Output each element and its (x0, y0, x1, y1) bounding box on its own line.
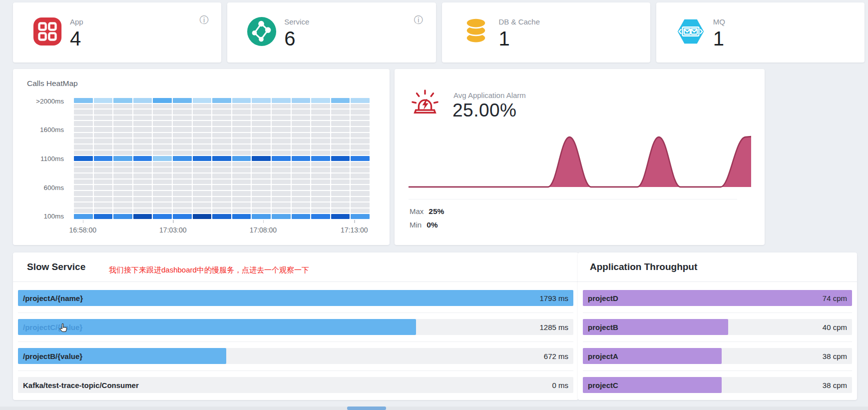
heatmap-cell (292, 138, 311, 144)
heatmap-cell (153, 98, 172, 103)
heatmap-cell (94, 180, 113, 184)
heatmap-cell (311, 185, 330, 190)
heatmap-cell (252, 144, 271, 150)
heatmap-cell (252, 180, 271, 184)
heatmap-cell (94, 174, 113, 178)
heatmap-cell (292, 104, 311, 109)
heatmap-cell (351, 162, 370, 167)
heatmap-cell (351, 116, 370, 120)
heatmap-x-axis: 16:58:0017:03:0017:08:0017:13:00 (74, 226, 370, 236)
heatmap-cell (193, 138, 212, 144)
heatmap-cell (193, 121, 212, 126)
heatmap-cell (113, 150, 132, 156)
info-icon[interactable]: ⓘ (199, 16, 208, 24)
heatmap-cell (153, 208, 172, 214)
heatmap-cell (331, 133, 350, 138)
heatmap-cell (212, 104, 231, 109)
heatmap-cell (232, 98, 251, 103)
heatmap-cell (292, 208, 311, 214)
slow-service-row-kafka-test-trace-topic-consumer[interactable]: Kafka/test-trace-topic/Consumer0 ms (18, 377, 573, 393)
throughput-value: 74 cpm (823, 294, 847, 302)
heatmap-cell (113, 168, 132, 172)
heatmap-cell (94, 162, 113, 167)
throughput-bar (583, 290, 852, 306)
heatmap-cell (212, 214, 231, 219)
heatmap-cell (292, 180, 311, 184)
heatmap-cell (311, 116, 330, 120)
heatmap-cell (351, 98, 370, 103)
heatmap-cell (173, 180, 192, 184)
heatmap-cell (311, 180, 330, 184)
alarm-min-label: Min (410, 220, 422, 229)
heatmap-cell (173, 144, 192, 150)
heatmap-cell (331, 180, 350, 184)
heatmap-cell (193, 162, 212, 167)
heatmap-cell (232, 133, 251, 138)
heatmap-cell (351, 127, 370, 132)
heatmap-cell (94, 168, 113, 172)
heatmap-cell (331, 144, 350, 150)
heatmap-cell (153, 104, 172, 109)
slow-service-row-projectb-value[interactable]: /projectB/{value}672 ms (18, 348, 573, 364)
heatmap-cell (153, 116, 172, 120)
alarm-siren-icon (410, 88, 440, 119)
heatmap-cell (153, 144, 172, 150)
heatmap-cell (113, 214, 132, 219)
heatmap-cell (292, 150, 311, 156)
heatmap-cell (292, 98, 311, 103)
heatmap-cell (94, 116, 113, 120)
alarm-min-stat: Min0% (410, 220, 438, 230)
divider (583, 342, 852, 342)
heatmap-cell (133, 121, 152, 126)
slow-service-row-projecta-name[interactable]: /projectA/{name}1793 ms (18, 290, 573, 306)
heatmap-cell (212, 191, 231, 196)
axis-tick (83, 220, 84, 223)
info-icon[interactable]: ⓘ (414, 16, 423, 24)
heatmap-cell (272, 121, 291, 126)
scrollbar-thumb[interactable] (347, 406, 386, 410)
heatmap-y-label: 100ms (43, 212, 64, 220)
throughput-label: projectB (588, 323, 618, 332)
slow-service-card: Slow Service 我们接下来跟进dashboard中的慢服务，点进去一个… (13, 252, 578, 400)
heatmap-cell (74, 121, 93, 126)
slow-service-row-projectc-value[interactable]: /projectC/{value}1285 ms (18, 319, 573, 335)
stat-card-label: MQ (713, 18, 725, 26)
heatmap-cell (193, 197, 212, 202)
heatmap-x-ticks (74, 220, 370, 223)
heatmap-cell (153, 174, 172, 178)
heatmap-cell (133, 191, 152, 196)
heatmap-cell (94, 208, 113, 214)
heatmap-cell (272, 138, 291, 144)
heatmap-cell (113, 180, 132, 184)
heatmap-cell (331, 138, 350, 144)
heatmap-cell (232, 162, 251, 167)
heatmap-cell (173, 185, 192, 190)
scrollbar-track[interactable] (0, 406, 868, 410)
heatmap-cell (212, 208, 231, 214)
heatmap-cell (113, 121, 132, 126)
heatmap-cell (272, 104, 291, 109)
throughput-row-projecta: projectA38 cpm (583, 348, 852, 364)
heatmap-cell (193, 202, 212, 208)
heatmap-cell (74, 133, 93, 138)
heatmap-y-label: >2000ms (36, 97, 64, 104)
heatmap-cell (331, 208, 350, 214)
heatmap-cell (193, 116, 212, 120)
heatmap-cell (113, 116, 132, 120)
axis-tick (263, 220, 264, 223)
heatmap-cell (113, 208, 132, 214)
heatmap-cell (113, 191, 132, 196)
heatmap-cell (212, 162, 231, 167)
heatmap-cell (212, 110, 231, 114)
heatmap-cell (232, 202, 251, 208)
heatmap-cell (74, 214, 93, 219)
throughput-row-projectc: projectC38 cpm (583, 377, 852, 393)
heatmap-cell (133, 214, 152, 219)
heatmap-cell (351, 214, 370, 219)
heatmap-cell (331, 116, 350, 120)
axis-tick (354, 220, 355, 223)
heatmap-cell (351, 110, 370, 114)
heatmap-cell (252, 138, 271, 144)
heatmap-cell (133, 180, 152, 184)
heatmap-cell (272, 127, 291, 132)
